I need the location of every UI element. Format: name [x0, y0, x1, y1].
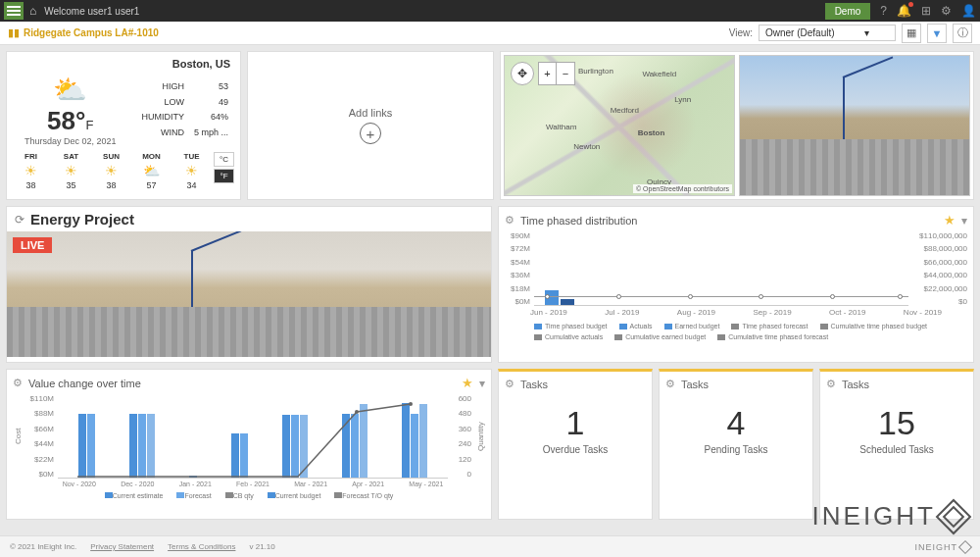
overdue-tasks-card[interactable]: ⚙Tasks 1 Overdue Tasks — [498, 369, 653, 520]
weather-location: Boston, US — [13, 58, 234, 70]
add-links-card[interactable]: Add links + — [247, 51, 494, 200]
star-icon[interactable]: ★ — [944, 213, 956, 228]
user-icon[interactable]: 👤 — [961, 4, 976, 18]
compass-icon[interactable]: ✥ — [511, 62, 534, 85]
refresh-icon[interactable]: ⟳ — [15, 213, 24, 227]
energy-project-card: ⟳ Energy Project LIVE — [6, 206, 492, 363]
terms-link[interactable]: Terms & Conditions — [168, 542, 235, 551]
map-attribution: © OpenStreetMap contributors — [633, 184, 732, 193]
weather-card: Boston, US ⛅ 58°F Thursday Dec 02, 2021 … — [6, 51, 241, 200]
plus-icon[interactable]: + — [360, 123, 381, 144]
filter-button[interactable]: ▼ — [927, 24, 947, 43]
weather-stats: HIGH53 LOW49 HUMIDITY64% WIND5 mph ... — [135, 78, 234, 141]
help-icon[interactable]: ? — [880, 4, 887, 18]
notifications-icon[interactable]: 🔔 — [897, 4, 911, 18]
time-phased-chart: $90M$72M$54M$36M$18M$0M $110,000,000$88,… — [505, 231, 967, 306]
zoom-control[interactable]: +− — [538, 62, 575, 85]
filter-icon[interactable]: ▾ — [961, 214, 967, 228]
add-links-label: Add links — [349, 107, 393, 119]
demo-button[interactable]: Demo — [825, 3, 871, 20]
project-name[interactable]: Ridgegate Campus LA#-1010 — [24, 27, 159, 38]
gear-icon[interactable]: ⚙ — [13, 377, 23, 389]
weather-date: Thursday Dec 02, 2021 — [13, 136, 127, 146]
gear-icon[interactable]: ⚙ — [505, 214, 514, 227]
menu-button[interactable] — [4, 2, 24, 20]
value-change-card: ⚙ Value change over time ★▾ Cost $110M$8… — [6, 369, 492, 520]
time-phased-card: ⚙ Time phased distribution ★▾ $90M$72M$5… — [498, 206, 974, 363]
view-select[interactable]: Owner (Default) ▾ — [759, 25, 896, 41]
card-title: Time phased distribution — [520, 215, 637, 227]
apps-icon[interactable]: ⊞ — [921, 4, 931, 18]
home-icon[interactable]: ⌂ — [29, 4, 36, 18]
subbar: ▮▮ Ridgegate Campus LA#-1010 View: Owner… — [0, 22, 980, 45]
energy-title: Energy Project — [30, 211, 134, 228]
settings-icon[interactable]: ⚙ — [941, 4, 952, 18]
gear-icon[interactable]: ⚙ — [505, 378, 514, 390]
site-photo-thumb[interactable] — [739, 55, 970, 196]
weather-temp: 58° — [47, 106, 85, 135]
task-count: 15 — [826, 404, 967, 442]
info-button[interactable]: ⓘ — [953, 24, 972, 43]
gear-icon[interactable]: ⚙ — [665, 378, 675, 390]
value-change-chart: Cost $110M$88M$66M$44M$22M$0M 6004803602… — [13, 394, 485, 479]
filter-icon[interactable]: ▾ — [479, 377, 485, 390]
footer: © 2021 InEight Inc. Privacy Statement Te… — [0, 535, 980, 557]
star-icon[interactable]: ★ — [462, 376, 473, 390]
grid-button[interactable]: ▦ — [902, 24, 921, 43]
map-photo-card: ✥ +− Boston Newton Quincy Lynn Waltham M… — [500, 51, 974, 200]
gear-icon[interactable]: ⚙ — [826, 378, 836, 390]
unit-toggle[interactable]: °C°F — [214, 152, 234, 190]
brand-watermark: INEIGHT — [812, 501, 966, 532]
welcome-text: Welcome user1 user1 — [44, 6, 139, 17]
scheduled-tasks-card[interactable]: ⚙Tasks 15 Scheduled Tasks — [819, 369, 974, 520]
task-count: 1 — [505, 404, 646, 442]
footer-brand: INEIGHT — [914, 542, 970, 552]
view-label: View: — [729, 27, 753, 38]
map[interactable]: ✥ +− Boston Newton Quincy Lynn Waltham M… — [504, 55, 735, 196]
pending-tasks-card[interactable]: ⚙Tasks 4 Pending Tasks — [659, 369, 813, 520]
live-photo[interactable]: LIVE — [7, 231, 491, 357]
task-count: 4 — [665, 404, 807, 442]
weather-icon: ⛅ — [13, 74, 127, 106]
project-icon: ▮▮ — [8, 26, 20, 39]
live-badge: LIVE — [13, 237, 52, 253]
topbar: ⌂ Welcome user1 user1 Demo ? 🔔 ⊞ ⚙ 👤 — [0, 0, 980, 22]
privacy-link[interactable]: Privacy Statement — [90, 542, 154, 551]
forecast-row: FRI☀38 SAT☀35 SUN☀38 MON⛅57 TUE☀34 °C°F — [13, 152, 234, 190]
